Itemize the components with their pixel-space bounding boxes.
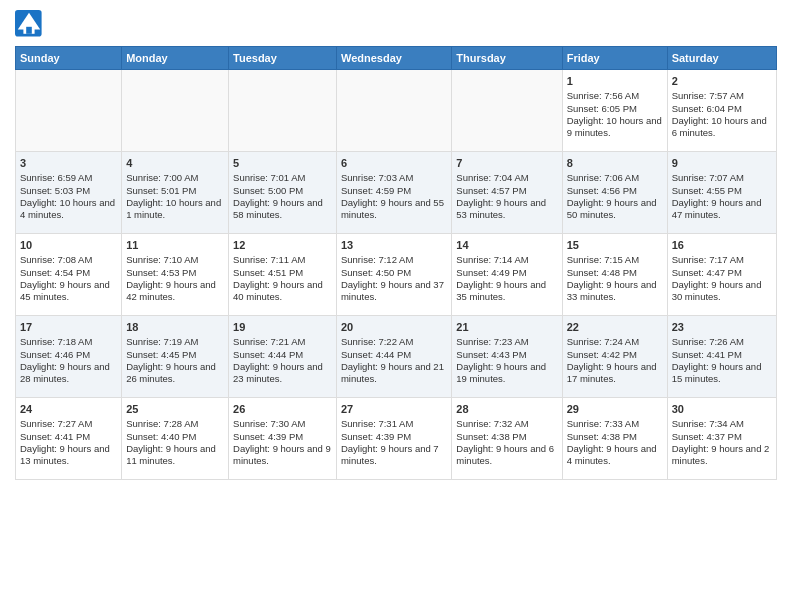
day-number: 10	[20, 238, 117, 252]
day-info: Sunrise: 7:07 AM Sunset: 4:55 PM Dayligh…	[672, 172, 772, 221]
day-info: Sunrise: 7:31 AM Sunset: 4:39 PM Dayligh…	[341, 418, 447, 467]
day-number: 3	[20, 156, 117, 170]
day-info: Sunrise: 7:22 AM Sunset: 4:44 PM Dayligh…	[341, 336, 447, 385]
header-cell-thursday: Thursday	[452, 47, 562, 70]
day-number: 20	[341, 320, 447, 334]
day-cell: 30Sunrise: 7:34 AM Sunset: 4:37 PM Dayli…	[667, 398, 776, 480]
week-row-4: 17Sunrise: 7:18 AM Sunset: 4:46 PM Dayli…	[16, 316, 777, 398]
day-cell: 6Sunrise: 7:03 AM Sunset: 4:59 PM Daylig…	[336, 152, 451, 234]
day-info: Sunrise: 7:56 AM Sunset: 6:05 PM Dayligh…	[567, 90, 663, 139]
day-info: Sunrise: 7:33 AM Sunset: 4:38 PM Dayligh…	[567, 418, 663, 467]
day-info: Sunrise: 6:59 AM Sunset: 5:03 PM Dayligh…	[20, 172, 117, 221]
day-cell: 8Sunrise: 7:06 AM Sunset: 4:56 PM Daylig…	[562, 152, 667, 234]
header-cell-sunday: Sunday	[16, 47, 122, 70]
page: SundayMondayTuesdayWednesdayThursdayFrid…	[0, 0, 792, 490]
day-info: Sunrise: 7:23 AM Sunset: 4:43 PM Dayligh…	[456, 336, 557, 385]
day-number: 21	[456, 320, 557, 334]
header	[15, 10, 777, 38]
day-cell: 16Sunrise: 7:17 AM Sunset: 4:47 PM Dayli…	[667, 234, 776, 316]
day-info: Sunrise: 7:28 AM Sunset: 4:40 PM Dayligh…	[126, 418, 224, 467]
day-info: Sunrise: 7:21 AM Sunset: 4:44 PM Dayligh…	[233, 336, 332, 385]
day-number: 27	[341, 402, 447, 416]
day-cell: 29Sunrise: 7:33 AM Sunset: 4:38 PM Dayli…	[562, 398, 667, 480]
svg-rect-3	[26, 27, 32, 34]
day-info: Sunrise: 7:17 AM Sunset: 4:47 PM Dayligh…	[672, 254, 772, 303]
day-number: 13	[341, 238, 447, 252]
day-info: Sunrise: 7:34 AM Sunset: 4:37 PM Dayligh…	[672, 418, 772, 467]
day-cell: 7Sunrise: 7:04 AM Sunset: 4:57 PM Daylig…	[452, 152, 562, 234]
day-number: 29	[567, 402, 663, 416]
day-cell: 27Sunrise: 7:31 AM Sunset: 4:39 PM Dayli…	[336, 398, 451, 480]
day-info: Sunrise: 7:32 AM Sunset: 4:38 PM Dayligh…	[456, 418, 557, 467]
day-info: Sunrise: 7:03 AM Sunset: 4:59 PM Dayligh…	[341, 172, 447, 221]
header-cell-saturday: Saturday	[667, 47, 776, 70]
day-info: Sunrise: 7:18 AM Sunset: 4:46 PM Dayligh…	[20, 336, 117, 385]
day-number: 22	[567, 320, 663, 334]
header-cell-friday: Friday	[562, 47, 667, 70]
day-cell: 2Sunrise: 7:57 AM Sunset: 6:04 PM Daylig…	[667, 70, 776, 152]
day-number: 15	[567, 238, 663, 252]
day-number: 7	[456, 156, 557, 170]
day-info: Sunrise: 7:10 AM Sunset: 4:53 PM Dayligh…	[126, 254, 224, 303]
day-cell: 18Sunrise: 7:19 AM Sunset: 4:45 PM Dayli…	[122, 316, 229, 398]
day-cell: 21Sunrise: 7:23 AM Sunset: 4:43 PM Dayli…	[452, 316, 562, 398]
day-cell: 23Sunrise: 7:26 AM Sunset: 4:41 PM Dayli…	[667, 316, 776, 398]
header-cell-tuesday: Tuesday	[229, 47, 337, 70]
day-number: 11	[126, 238, 224, 252]
day-cell	[336, 70, 451, 152]
day-info: Sunrise: 7:01 AM Sunset: 5:00 PM Dayligh…	[233, 172, 332, 221]
day-number: 1	[567, 74, 663, 88]
header-row: SundayMondayTuesdayWednesdayThursdayFrid…	[16, 47, 777, 70]
day-cell: 17Sunrise: 7:18 AM Sunset: 4:46 PM Dayli…	[16, 316, 122, 398]
day-number: 23	[672, 320, 772, 334]
day-cell: 9Sunrise: 7:07 AM Sunset: 4:55 PM Daylig…	[667, 152, 776, 234]
day-number: 30	[672, 402, 772, 416]
day-number: 14	[456, 238, 557, 252]
header-cell-monday: Monday	[122, 47, 229, 70]
day-info: Sunrise: 7:00 AM Sunset: 5:01 PM Dayligh…	[126, 172, 224, 221]
day-cell: 19Sunrise: 7:21 AM Sunset: 4:44 PM Dayli…	[229, 316, 337, 398]
day-cell: 12Sunrise: 7:11 AM Sunset: 4:51 PM Dayli…	[229, 234, 337, 316]
day-cell: 10Sunrise: 7:08 AM Sunset: 4:54 PM Dayli…	[16, 234, 122, 316]
day-cell	[229, 70, 337, 152]
day-number: 12	[233, 238, 332, 252]
day-cell	[452, 70, 562, 152]
day-info: Sunrise: 7:08 AM Sunset: 4:54 PM Dayligh…	[20, 254, 117, 303]
day-cell: 3Sunrise: 6:59 AM Sunset: 5:03 PM Daylig…	[16, 152, 122, 234]
day-info: Sunrise: 7:19 AM Sunset: 4:45 PM Dayligh…	[126, 336, 224, 385]
day-cell: 26Sunrise: 7:30 AM Sunset: 4:39 PM Dayli…	[229, 398, 337, 480]
day-cell: 11Sunrise: 7:10 AM Sunset: 4:53 PM Dayli…	[122, 234, 229, 316]
day-cell: 14Sunrise: 7:14 AM Sunset: 4:49 PM Dayli…	[452, 234, 562, 316]
day-cell	[122, 70, 229, 152]
day-number: 8	[567, 156, 663, 170]
day-info: Sunrise: 7:27 AM Sunset: 4:41 PM Dayligh…	[20, 418, 117, 467]
week-row-2: 3Sunrise: 6:59 AM Sunset: 5:03 PM Daylig…	[16, 152, 777, 234]
day-number: 4	[126, 156, 224, 170]
day-info: Sunrise: 7:30 AM Sunset: 4:39 PM Dayligh…	[233, 418, 332, 467]
logo	[15, 10, 45, 38]
logo-icon	[15, 10, 43, 38]
day-number: 9	[672, 156, 772, 170]
day-cell: 20Sunrise: 7:22 AM Sunset: 4:44 PM Dayli…	[336, 316, 451, 398]
calendar-table: SundayMondayTuesdayWednesdayThursdayFrid…	[15, 46, 777, 480]
day-number: 5	[233, 156, 332, 170]
day-info: Sunrise: 7:04 AM Sunset: 4:57 PM Dayligh…	[456, 172, 557, 221]
day-cell: 15Sunrise: 7:15 AM Sunset: 4:48 PM Dayli…	[562, 234, 667, 316]
day-number: 6	[341, 156, 447, 170]
header-cell-wednesday: Wednesday	[336, 47, 451, 70]
day-info: Sunrise: 7:12 AM Sunset: 4:50 PM Dayligh…	[341, 254, 447, 303]
day-number: 19	[233, 320, 332, 334]
day-cell: 13Sunrise: 7:12 AM Sunset: 4:50 PM Dayli…	[336, 234, 451, 316]
day-number: 18	[126, 320, 224, 334]
day-number: 24	[20, 402, 117, 416]
day-info: Sunrise: 7:26 AM Sunset: 4:41 PM Dayligh…	[672, 336, 772, 385]
day-cell: 25Sunrise: 7:28 AM Sunset: 4:40 PM Dayli…	[122, 398, 229, 480]
day-number: 25	[126, 402, 224, 416]
week-row-3: 10Sunrise: 7:08 AM Sunset: 4:54 PM Dayli…	[16, 234, 777, 316]
day-number: 2	[672, 74, 772, 88]
day-number: 16	[672, 238, 772, 252]
day-info: Sunrise: 7:15 AM Sunset: 4:48 PM Dayligh…	[567, 254, 663, 303]
day-cell: 28Sunrise: 7:32 AM Sunset: 4:38 PM Dayli…	[452, 398, 562, 480]
day-cell: 1Sunrise: 7:56 AM Sunset: 6:05 PM Daylig…	[562, 70, 667, 152]
day-info: Sunrise: 7:14 AM Sunset: 4:49 PM Dayligh…	[456, 254, 557, 303]
